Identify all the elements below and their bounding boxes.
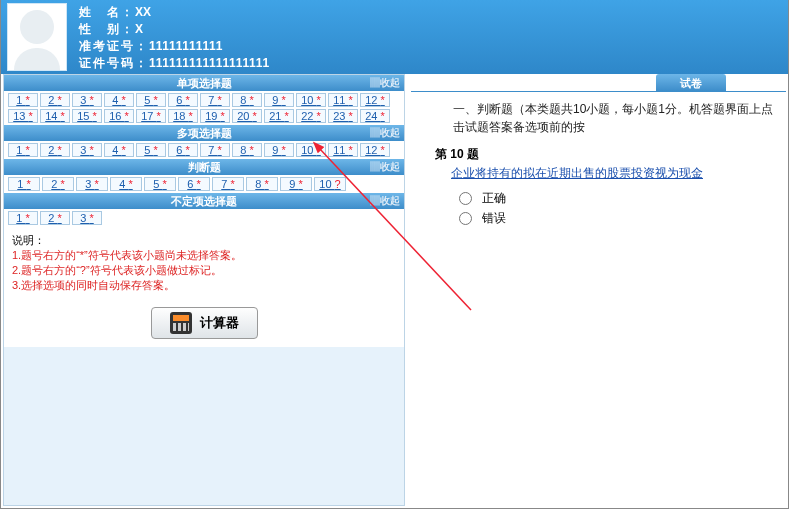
question-link[interactable]: 12 * bbox=[360, 143, 390, 157]
collapse-button[interactable]: ▥收起 bbox=[370, 159, 400, 175]
calculator-label: 计算器 bbox=[200, 314, 239, 332]
question-link[interactable]: 6 * bbox=[168, 93, 198, 107]
question-link[interactable]: 21 * bbox=[264, 109, 294, 123]
radio-wrong[interactable] bbox=[459, 212, 472, 225]
name-value: XX bbox=[135, 5, 151, 19]
question-link[interactable]: 11 * bbox=[328, 143, 358, 157]
tab-paper[interactable]: 试卷 bbox=[656, 74, 726, 91]
notes-line: 1.题号右方的“*”符号代表该小题尚未选择答案。 bbox=[12, 248, 396, 263]
question-link[interactable]: 14 * bbox=[40, 109, 70, 123]
question-link[interactable]: 19 * bbox=[200, 109, 230, 123]
calculator-icon bbox=[170, 312, 192, 334]
option-correct[interactable]: 正确 bbox=[459, 188, 776, 208]
question-link[interactable]: 3 * bbox=[72, 211, 102, 225]
collapse-button[interactable]: ▥收起 bbox=[370, 75, 400, 91]
question-link[interactable]: 1 * bbox=[8, 143, 38, 157]
question-link[interactable]: 2 * bbox=[40, 93, 70, 107]
section-title: 判断题 bbox=[188, 161, 221, 173]
question-link[interactable]: 6 * bbox=[178, 177, 210, 191]
gender-value: X bbox=[135, 22, 143, 36]
question-link[interactable]: 8 * bbox=[232, 93, 262, 107]
question-text: 企业将持有的拟在近期出售的股票投资视为现金 bbox=[411, 165, 786, 186]
question-link[interactable]: 9 * bbox=[280, 177, 312, 191]
id-label: 证件号码： bbox=[79, 56, 149, 70]
candidate-info: 姓 名：XX 性 别：X 准考证号：11111111111 证件号码：11111… bbox=[73, 0, 275, 74]
question-link[interactable]: 12 * bbox=[360, 93, 390, 107]
legend-notes: 说明： 1.题号右方的“*”符号代表该小题尚未选择答案。 2.题号右方的“?”符… bbox=[4, 227, 404, 299]
question-link[interactable]: 3 * bbox=[76, 177, 108, 191]
section-title: 单项选择题 bbox=[177, 77, 232, 89]
option-label: 正确 bbox=[482, 190, 506, 207]
collapse-button[interactable]: ▥收起 bbox=[370, 193, 400, 209]
question-link[interactable]: 17 * bbox=[136, 109, 166, 123]
section-multi-choice-header: 多项选择题 ▥收起 bbox=[4, 125, 404, 141]
question-link[interactable]: 4 * bbox=[104, 143, 134, 157]
question-link[interactable]: 7 * bbox=[200, 143, 230, 157]
name-label: 姓 名： bbox=[79, 5, 135, 19]
question-link[interactable]: 7 * bbox=[212, 177, 244, 191]
question-link[interactable]: 10 * bbox=[296, 143, 326, 157]
question-link[interactable]: 2 * bbox=[42, 177, 74, 191]
option-wrong[interactable]: 错误 bbox=[459, 208, 776, 228]
collapse-button[interactable]: ▥收起 bbox=[370, 125, 400, 141]
section-single-choice-header: 单项选择题 ▥收起 bbox=[4, 75, 404, 91]
question-link[interactable]: 2 * bbox=[40, 143, 70, 157]
question-panel: 试卷 一、判断题（本类题共10小题，每小题1分。机答题界面上点击试题答案备选项前… bbox=[411, 74, 786, 506]
question-link[interactable]: 15 * bbox=[72, 109, 102, 123]
question-link[interactable]: 20 * bbox=[232, 109, 262, 123]
question-link[interactable]: 5 * bbox=[136, 93, 166, 107]
section-judge-grid: 1 *2 *3 *4 *5 *6 *7 *8 *9 *10 ? bbox=[4, 175, 404, 193]
ticket-label: 准考证号： bbox=[79, 39, 149, 53]
question-link[interactable]: 5 * bbox=[144, 177, 176, 191]
ticket-value: 11111111111 bbox=[149, 39, 222, 53]
section-judge-header: 判断题 ▥收起 bbox=[4, 159, 404, 175]
question-link[interactable]: 7 * bbox=[200, 93, 230, 107]
question-link[interactable]: 16 * bbox=[104, 109, 134, 123]
avatar bbox=[7, 3, 67, 71]
question-link[interactable]: 24 * bbox=[360, 109, 390, 123]
question-link[interactable]: 6 * bbox=[168, 143, 198, 157]
question-link[interactable]: 4 * bbox=[110, 177, 142, 191]
notes-line: 2.题号右方的“?”符号代表该小题做过标记。 bbox=[12, 263, 396, 278]
question-link[interactable]: 9 * bbox=[264, 93, 294, 107]
section-title: 不定项选择题 bbox=[171, 195, 237, 207]
question-link[interactable]: 8 * bbox=[232, 143, 262, 157]
question-link[interactable]: 3 * bbox=[72, 143, 102, 157]
section-title: 多项选择题 bbox=[177, 127, 232, 139]
question-link[interactable]: 10 * bbox=[296, 93, 326, 107]
question-link[interactable]: 23 * bbox=[328, 109, 358, 123]
section-single-choice-grid: 1 *2 *3 *4 *5 *6 *7 *8 *9 *10 *11 *12 *1… bbox=[4, 91, 404, 125]
section-description: 一、判断题（本类题共10小题，每小题1分。机答题界面上点击试题答案备选项前的按 bbox=[411, 92, 786, 142]
question-link[interactable]: 1 * bbox=[8, 93, 38, 107]
notes-head: 说明： bbox=[12, 233, 396, 248]
question-link[interactable]: 5 * bbox=[136, 143, 166, 157]
question-link[interactable]: 10 ? bbox=[314, 177, 346, 191]
id-value: 111111111111111111 bbox=[149, 56, 269, 70]
header-bar: 姓 名：XX 性 别：X 准考证号：11111111111 证件号码：11111… bbox=[1, 0, 788, 74]
question-link[interactable]: 13 * bbox=[8, 109, 38, 123]
question-link[interactable]: 1 * bbox=[8, 211, 38, 225]
section-multi-choice-grid: 1 *2 *3 *4 *5 *6 *7 *8 *9 *10 *11 *12 * bbox=[4, 141, 404, 159]
section-indef-choice-grid: 1 *2 *3 * bbox=[4, 209, 404, 227]
section-indef-choice-header: 不定项选择题 ▥收起 bbox=[4, 193, 404, 209]
radio-correct[interactable] bbox=[459, 192, 472, 205]
notes-line: 3.选择选项的同时自动保存答案。 bbox=[12, 278, 396, 293]
question-nav-panel: 单项选择题 ▥收起 1 *2 *3 *4 *5 *6 *7 *8 *9 *10 … bbox=[3, 74, 405, 506]
calculator-button[interactable]: 计算器 bbox=[151, 307, 258, 339]
option-label: 错误 bbox=[482, 210, 506, 227]
question-link[interactable]: 11 * bbox=[328, 93, 358, 107]
question-link[interactable]: 1 * bbox=[8, 177, 40, 191]
gender-label: 性 别： bbox=[79, 22, 135, 36]
question-number: 第 10 题 bbox=[411, 142, 786, 165]
question-link[interactable]: 22 * bbox=[296, 109, 326, 123]
question-link[interactable]: 8 * bbox=[246, 177, 278, 191]
question-link[interactable]: 2 * bbox=[40, 211, 70, 225]
question-link[interactable]: 18 * bbox=[168, 109, 198, 123]
question-link[interactable]: 9 * bbox=[264, 143, 294, 157]
question-link[interactable]: 3 * bbox=[72, 93, 102, 107]
question-link[interactable]: 4 * bbox=[104, 93, 134, 107]
